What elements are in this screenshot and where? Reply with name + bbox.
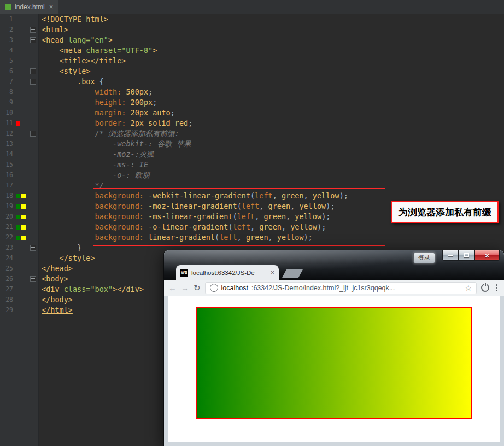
html-file-icon bbox=[5, 4, 11, 10]
code-line[interactable]: 2<html> bbox=[0, 25, 504, 35]
color-swatch-yellow bbox=[21, 225, 26, 230]
fold-icon[interactable] bbox=[30, 245, 36, 251]
gutter: 28 bbox=[0, 295, 39, 305]
editor-tabbar: index.html × bbox=[0, 0, 504, 14]
line-number: 21 bbox=[0, 222, 13, 232]
fold-icon[interactable] bbox=[30, 27, 36, 33]
maximize-button[interactable] bbox=[459, 250, 474, 261]
gutter: 4 bbox=[0, 45, 39, 56]
line-number: 27 bbox=[0, 284, 13, 295]
code-line[interactable]: 22 background: linear-gradient(left, gre… bbox=[0, 232, 504, 243]
gutter: 20 bbox=[0, 212, 39, 222]
fold-icon[interactable] bbox=[30, 79, 36, 85]
fold-icon[interactable] bbox=[30, 131, 36, 137]
code-line[interactable]: 3<head lang="en"> bbox=[0, 35, 504, 45]
color-swatch-yellow bbox=[21, 215, 26, 219]
gutter: 11 bbox=[0, 118, 39, 128]
code-line[interactable]: 10 margin: 20px auto; bbox=[0, 108, 504, 118]
code-line[interactable]: 21 background: -o-linear-gradient(left, … bbox=[0, 222, 504, 232]
close-button[interactable]: × bbox=[474, 250, 500, 261]
minimize-button[interactable] bbox=[442, 250, 459, 261]
color-swatch-yellow bbox=[21, 194, 26, 198]
code-line[interactable]: 17 */ bbox=[0, 180, 504, 191]
line-number: 16 bbox=[0, 170, 13, 180]
color-swatch-yellow bbox=[21, 204, 26, 209]
code-line[interactable]: 14 -moz-:火狐 bbox=[0, 149, 504, 160]
code-line[interactable]: 13 -webkit-: 谷歌 苹果 bbox=[0, 139, 504, 149]
line-number: 9 bbox=[0, 97, 13, 108]
color-swatch-green bbox=[16, 225, 20, 230]
line-number: 29 bbox=[0, 305, 13, 315]
fold-icon[interactable] bbox=[30, 37, 36, 43]
code-line[interactable]: 11 border: 2px solid red; bbox=[0, 118, 504, 128]
code-line[interactable]: 8 width: 500px; bbox=[0, 87, 504, 97]
browser-tab-close-icon[interactable]: × bbox=[271, 269, 274, 277]
gutter: 14 bbox=[0, 149, 39, 160]
line-number: 2 bbox=[0, 25, 13, 35]
gutter: 10 bbox=[0, 108, 39, 118]
line-number: 25 bbox=[0, 263, 13, 274]
line-number: 13 bbox=[0, 139, 13, 149]
code-line[interactable]: 15 -ms-: IE bbox=[0, 160, 504, 170]
line-number: 11 bbox=[0, 118, 13, 128]
line-number: 1 bbox=[0, 14, 13, 25]
code-line[interactable]: 16 -o-: 欧朋 bbox=[0, 170, 504, 180]
code-line[interactable]: 5 <title></title> bbox=[0, 56, 504, 66]
line-number: 5 bbox=[0, 56, 13, 66]
reload-button[interactable]: ↻ bbox=[194, 284, 201, 292]
code-line[interactable]: 18 background: -webkit-linear-gradient(l… bbox=[0, 191, 504, 201]
login-button[interactable]: 登录 bbox=[413, 253, 435, 263]
forward-button[interactable]: → bbox=[181, 284, 189, 292]
gutter: 2 bbox=[0, 25, 39, 35]
color-swatch-green bbox=[16, 236, 20, 240]
gutter: 12 bbox=[0, 128, 39, 139]
line-number: 28 bbox=[0, 295, 13, 305]
fold-icon[interactable] bbox=[30, 68, 36, 74]
gutter: 1 bbox=[0, 14, 39, 25]
gutter: 5 bbox=[0, 56, 39, 66]
new-tab-button[interactable] bbox=[282, 269, 303, 278]
close-icon: × bbox=[485, 251, 489, 260]
gutter: 7 bbox=[0, 77, 39, 87]
gutter: 17 bbox=[0, 180, 39, 191]
line-number: 7 bbox=[0, 77, 13, 87]
line-number: 14 bbox=[0, 149, 13, 160]
browser-tab[interactable]: WS localhost:63342/JS-De × bbox=[176, 265, 279, 280]
gradient-box bbox=[196, 307, 472, 419]
gutter: 9 bbox=[0, 97, 39, 108]
fold-icon[interactable] bbox=[30, 276, 36, 282]
line-number: 22 bbox=[0, 232, 13, 243]
code-line[interactable]: 7 .box { bbox=[0, 77, 504, 87]
address-bar[interactable]: localhost :63342/JS-Demo/index.html?_ijt… bbox=[205, 282, 477, 294]
bookmark-star-icon[interactable]: ☆ bbox=[465, 284, 472, 292]
window-caption-buttons: × bbox=[442, 250, 500, 261]
line-number: 26 bbox=[0, 274, 13, 284]
browser-tab-title: localhost:63342/JS-De bbox=[191, 269, 267, 276]
line-number: 8 bbox=[0, 87, 13, 97]
editor-tab-index-html[interactable]: index.html × bbox=[0, 0, 58, 14]
back-button[interactable]: ← bbox=[168, 284, 177, 292]
code-line[interactable]: 6 <style> bbox=[0, 66, 504, 77]
line-number: 3 bbox=[0, 35, 13, 45]
url-host: localhost bbox=[221, 284, 248, 292]
browser-toolbar: ← → ↻ localhost :63342/JS-Demo/index.htm… bbox=[164, 280, 504, 296]
editor-tab-close-icon[interactable]: × bbox=[49, 3, 54, 10]
code-line[interactable]: 4 <meta charset="UTF-8"> bbox=[0, 45, 504, 56]
color-swatch-green bbox=[16, 194, 20, 198]
line-number: 15 bbox=[0, 160, 13, 170]
gutter: 27 bbox=[0, 284, 39, 295]
line-number: 23 bbox=[0, 243, 13, 253]
code-line[interactable]: 12 /* 浏览器添加私有前缀: bbox=[0, 128, 504, 139]
power-icon[interactable] bbox=[481, 284, 489, 292]
info-icon[interactable] bbox=[210, 284, 218, 292]
menu-icon[interactable] bbox=[494, 284, 500, 291]
gutter: 15 bbox=[0, 160, 39, 170]
gutter: 26 bbox=[0, 274, 39, 284]
code-line[interactable]: 1<!DOCTYPE html> bbox=[0, 14, 504, 25]
browser-viewport bbox=[164, 296, 504, 446]
code-line[interactable]: 9 height: 200px; bbox=[0, 97, 504, 108]
gutter: 24 bbox=[0, 253, 39, 263]
line-number: 4 bbox=[0, 45, 13, 56]
browser-titlebar[interactable]: 登录 × WS localhost:63342/JS-De × bbox=[164, 250, 504, 280]
color-swatch-green bbox=[16, 204, 20, 209]
